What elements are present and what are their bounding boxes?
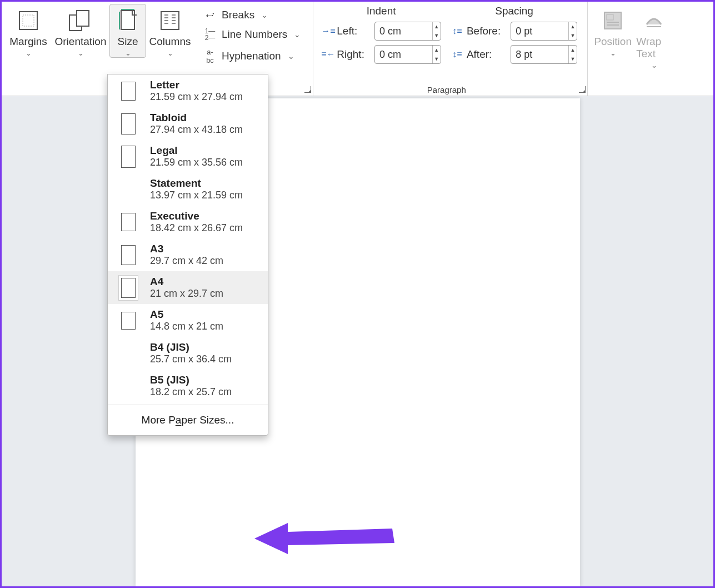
margins-label: Margins (9, 36, 47, 48)
size-option-name: A3 (150, 243, 223, 255)
svg-marker-21 (254, 523, 394, 554)
size-option-name: A4 (150, 276, 223, 288)
size-option-dim: 14.8 cm x 21 cm (150, 321, 223, 332)
page-thumb-icon (121, 312, 136, 330)
size-dropdown: Letter21.59 cm x 27.94 cmTabloid27.94 cm… (107, 74, 268, 436)
chevron-down-icon: ⌄ (125, 49, 131, 57)
size-option-name: B4 (JIS) (150, 341, 232, 353)
size-option-name: Letter (150, 79, 243, 91)
spacing-before-input[interactable]: ▲▼ (511, 22, 577, 41)
wrap-text-icon (641, 8, 667, 33)
annotation-arrow (254, 516, 399, 561)
size-option-dim: 29.7 cm x 42 cm (150, 255, 223, 267)
breaks-label: Breaks (222, 9, 254, 21)
page-thumb-icon (121, 146, 136, 168)
page-setup-launcher[interactable] (304, 86, 311, 93)
indent-header: Indent (321, 5, 441, 17)
page-thumb-icon (121, 278, 136, 298)
margins-icon (16, 8, 41, 33)
wrap-text-button: Wrap Text ⌄ (634, 4, 673, 70)
size-option-name: Tabloid (150, 112, 243, 124)
page-thumb-icon (121, 213, 136, 231)
size-option-name: Executive (150, 210, 243, 222)
spinner-up[interactable]: ▲ (433, 22, 441, 31)
size-option-name: Statement (150, 177, 243, 190)
chevron-down-icon: ⌄ (167, 49, 173, 57)
breaks-button[interactable]: ⮐ Breaks ⌄ (201, 8, 303, 22)
spacing-after-label: ↕≡ After: (451, 48, 501, 61)
position-label: Position (594, 36, 632, 48)
indent-left-input[interactable]: ▲▼ (374, 22, 441, 41)
size-option-a5[interactable]: A514.8 cm x 21 cm (108, 304, 268, 337)
spinner-down[interactable]: ▼ (433, 31, 441, 40)
margins-button[interactable]: Margins ⌄ (5, 4, 52, 58)
size-option-legal[interactable]: Legal21.59 cm x 35.56 cm (108, 140, 268, 173)
chevron-down-icon: ⌄ (261, 11, 268, 19)
chevron-down-icon: ⌄ (78, 49, 84, 57)
size-option-name: Legal (150, 144, 243, 157)
indent-right-field[interactable] (375, 46, 432, 63)
line-numbers-icon: 1—2— (203, 28, 217, 41)
columns-button[interactable]: Columns ⌄ (146, 4, 194, 58)
hyphenation-button[interactable]: a-bc Hyphenation ⌄ (201, 47, 303, 65)
size-option-letter[interactable]: Letter21.59 cm x 27.94 cm (108, 74, 268, 107)
svg-rect-17 (607, 14, 613, 20)
size-option-a4[interactable]: A421 cm x 29.7 cm (108, 271, 268, 304)
spacing-after-icon: ↕≡ (451, 49, 463, 59)
spinner-up[interactable]: ▲ (433, 46, 441, 54)
spacing-header: Spacing (451, 5, 577, 17)
size-option-a3[interactable]: A329.7 cm x 42 cm (108, 238, 268, 271)
spinner-up[interactable]: ▲ (569, 22, 577, 31)
size-option-executive[interactable]: Executive18.42 cm x 26.67 cm (108, 206, 268, 238)
more-paper-sizes[interactable]: More Paper Sizes... (108, 407, 268, 435)
columns-icon (157, 8, 183, 33)
spacing-after-field[interactable] (511, 46, 568, 63)
spinner-down[interactable]: ▼ (569, 31, 577, 40)
svg-rect-3 (77, 11, 89, 26)
svg-rect-0 (19, 12, 37, 29)
spacing-after-input[interactable]: ▲▼ (511, 45, 577, 64)
size-option-dim: 18.2 cm x 25.7 cm (150, 386, 232, 398)
size-option-statement[interactable]: Statement13.97 cm x 21.59 cm (108, 173, 268, 206)
spinner-down[interactable]: ▼ (569, 54, 577, 63)
spacing-before-label: ↕≡ Before: (451, 25, 501, 37)
size-option-b5-jis-[interactable]: B5 (JIS)18.2 cm x 25.7 cm (108, 370, 268, 402)
size-option-name: A5 (150, 308, 223, 321)
chevron-down-icon: ⌄ (294, 30, 301, 39)
size-option-dim: 27.94 cm x 43.18 cm (150, 124, 243, 136)
page-thumb-icon (121, 245, 136, 265)
indent-right-icon: ≡← (321, 49, 333, 59)
line-numbers-button[interactable]: 1—2— Line Numbers ⌄ (201, 27, 303, 42)
arrange-group: Position ⌄ Wrap Text ⌄ (588, 2, 677, 96)
columns-label: Columns (149, 36, 191, 48)
orientation-icon (68, 8, 93, 33)
paragraph-launcher[interactable] (579, 86, 586, 93)
indent-left-icon: →≡ (321, 26, 333, 36)
position-icon (600, 8, 626, 33)
size-option-dim: 25.7 cm x 36.4 cm (150, 353, 232, 365)
spinner-down[interactable]: ▼ (433, 54, 441, 63)
indent-left-field[interactable] (375, 22, 432, 40)
size-option-dim: 13.97 cm x 21.59 cm (150, 190, 243, 201)
hyphenation-icon: a-bc (203, 48, 217, 64)
page-thumb-icon (121, 82, 136, 101)
indent-left-label: →≡ Left: (321, 25, 364, 37)
size-button[interactable]: Size ⌄ (109, 4, 146, 58)
size-option-dim: 21.59 cm x 27.94 cm (150, 91, 243, 103)
wrap-text-label: Wrap Text (636, 36, 672, 60)
chevron-down-icon: ⌄ (26, 49, 32, 57)
spinner-up[interactable]: ▲ (569, 46, 577, 54)
spacing-before-field[interactable] (511, 22, 568, 40)
position-button: Position ⌄ (591, 4, 634, 70)
breaks-icon: ⮐ (203, 10, 217, 20)
size-option-tabloid[interactable]: Tabloid27.94 cm x 43.18 cm (108, 107, 268, 140)
page-thumb-icon (121, 113, 136, 134)
orientation-label: Orientation (55, 36, 107, 48)
size-option-dim: 21 cm x 29.7 cm (150, 288, 223, 300)
orientation-button[interactable]: Orientation ⌄ (52, 4, 109, 58)
indent-right-input[interactable]: ▲▼ (374, 45, 441, 64)
chevron-down-icon: ⌄ (651, 61, 657, 69)
paragraph-group: Indent Spacing →≡ Left: ▲▼ ↕≡ Before: ▲▼… (313, 2, 588, 96)
svg-rect-1 (23, 15, 34, 26)
size-option-b4-jis-[interactable]: B4 (JIS)25.7 cm x 36.4 cm (108, 337, 268, 370)
